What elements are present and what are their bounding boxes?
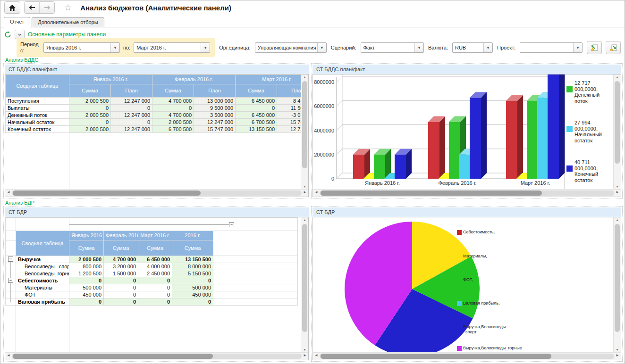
- scroll-down-icon[interactable]: ▼: [301, 348, 308, 351]
- spacer-cell: [6, 231, 16, 240]
- export-report-button[interactable]: [587, 41, 602, 54]
- collapse-columns-button[interactable]: −: [229, 222, 234, 227]
- tree-line: [10, 302, 14, 302]
- scroll-right-icon[interactable]: ►: [616, 190, 619, 194]
- value-cell: 5 150 500: [172, 270, 213, 277]
- corner-header: Сводная таблица: [6, 75, 69, 98]
- scroll-left-icon[interactable]: ◄: [7, 353, 10, 357]
- project-value: [520, 43, 573, 52]
- value-cell: 0: [172, 298, 213, 306]
- vertical-scrollbar[interactable]: ▲ ▼: [613, 217, 621, 352]
- scroll-right-icon[interactable]: ►: [303, 353, 307, 357]
- scroll-up-icon[interactable]: ▲: [614, 75, 621, 79]
- horizontal-scrollbar[interactable]: ◄ ►: [313, 189, 621, 197]
- currency-combo[interactable]: RUB ▾: [452, 42, 493, 53]
- favorite-star-icon[interactable]: ☆: [64, 2, 72, 13]
- home-icon: [8, 4, 16, 11]
- column-split-line: [69, 305, 69, 352]
- legend-swatch: [566, 126, 573, 132]
- scroll-down-icon[interactable]: ▼: [614, 348, 621, 351]
- legend-label: ФОТ,: [463, 277, 501, 282]
- scroll-down-icon[interactable]: ▼: [301, 185, 308, 188]
- spacer-cell: [213, 277, 298, 284]
- dropdown-icon[interactable]: ▾: [201, 43, 210, 52]
- scroll-right-icon[interactable]: ►: [303, 190, 307, 194]
- period-to-label: по:: [123, 45, 130, 50]
- value-cell: 2 000 500: [69, 126, 111, 133]
- scroll-left-icon[interactable]: ◄: [7, 190, 10, 194]
- column-header: Январь 2016 г.: [69, 231, 104, 240]
- app-window: ☆ Анализ бюджетов (Аналитические панели)…: [0, 0, 625, 364]
- tree-line: [10, 298, 11, 302]
- org-unit-combo[interactable]: Управляющая компания ▾: [255, 42, 327, 53]
- table-row: Выплаты 0 0 0 9 500 000 0 11 500 000: [6, 105, 301, 112]
- legend-label: 40 711 000,0000, Конечный остаток: [574, 159, 613, 183]
- value-cell: 450 000: [69, 291, 104, 298]
- bdr-pie-chart: Себестоимость,Материалы,ФОТ,Валовая приб…: [313, 217, 613, 352]
- collapse-group-button[interactable]: −: [8, 278, 13, 283]
- project-combo[interactable]: ▾: [520, 42, 583, 53]
- value-cell: -3 030 000: [277, 112, 301, 119]
- vertical-scrollbar[interactable]: ▲ ▼: [613, 74, 621, 189]
- arrow-left-icon: [28, 5, 36, 10]
- scrollbar-thumb[interactable]: [615, 81, 620, 164]
- column-header: План: [277, 84, 301, 98]
- bar-legend-entry: 27 994 000,0000, Начальный остаток: [566, 120, 613, 144]
- svg-text:Февраль 2016 г.: Февраль 2016 г.: [438, 180, 476, 186]
- scrollbar-thumb[interactable]: [13, 190, 201, 196]
- dropdown-icon[interactable]: ▾: [573, 43, 582, 52]
- scroll-up-icon[interactable]: ▲: [301, 75, 308, 79]
- import-report-button[interactable]: [606, 41, 621, 54]
- scroll-up-icon[interactable]: ▲: [301, 218, 308, 222]
- refresh-icon[interactable]: [4, 31, 11, 38]
- svg-text:Январь 2016 г.: Январь 2016 г.: [365, 180, 400, 186]
- forward-button[interactable]: [39, 2, 54, 13]
- scenario-combo[interactable]: Факт ▾: [361, 42, 424, 53]
- tree-line: [10, 291, 11, 298]
- scroll-left-icon[interactable]: ◄: [314, 353, 318, 357]
- row-label-cell: Конечный остаток: [6, 126, 69, 133]
- legend-swatch: [457, 301, 462, 306]
- dropdown-icon[interactable]: ▾: [414, 43, 423, 52]
- value-cell: 0: [69, 277, 104, 284]
- horizontal-scrollbar[interactable]: ◄ ►: [313, 352, 621, 360]
- period-to-combo[interactable]: Март 2016 г. ▾: [134, 42, 210, 53]
- chevron-down-icon: [18, 33, 22, 36]
- scrollbar-thumb[interactable]: [321, 354, 551, 359]
- tab-report[interactable]: Отчет: [4, 17, 30, 27]
- spacer-cell: [213, 270, 298, 277]
- column-header: Сумма: [236, 84, 277, 98]
- bdds-chart-legend: 12 717 000,0000, Денежный поток27 994 00…: [565, 74, 613, 189]
- horizontal-scrollbar[interactable]: ◄ ►: [5, 352, 308, 360]
- value-cell: 0: [138, 291, 172, 298]
- row-label-cell: Велосипеды _спорт: [16, 263, 69, 270]
- org-unit-label: Орг.единица:: [219, 45, 251, 50]
- dropdown-icon[interactable]: ▾: [483, 43, 492, 52]
- dropdown-icon[interactable]: ▾: [110, 43, 119, 52]
- scrollbar-thumb[interactable]: [321, 190, 542, 196]
- value-cell: 6 450 000: [138, 256, 172, 263]
- scrollbar-thumb[interactable]: [302, 224, 307, 332]
- back-button[interactable]: [25, 2, 39, 13]
- value-cell: 4 700 000: [152, 112, 194, 119]
- value-cell: 0: [69, 105, 111, 112]
- dropdown-icon[interactable]: ▾: [317, 43, 326, 52]
- currency-value: RUB: [453, 43, 483, 52]
- scroll-down-icon[interactable]: ▼: [614, 185, 621, 188]
- vertical-scrollbar[interactable]: ▲ ▼: [301, 74, 308, 189]
- scroll-up-icon[interactable]: ▲: [614, 218, 621, 222]
- value-cell: 0: [104, 277, 138, 284]
- row-label-cell: Выручка: [16, 256, 69, 263]
- scroll-right-icon[interactable]: ►: [616, 353, 619, 357]
- period-from-combo[interactable]: Январь 2016 г. ▾: [43, 42, 120, 53]
- home-button[interactable]: [4, 1, 20, 14]
- tab-additional-filters[interactable]: Дополнительные отборы: [32, 17, 104, 27]
- scrollbar-thumb[interactable]: [615, 224, 620, 332]
- scrollbar-thumb[interactable]: [302, 81, 307, 168]
- value-cell: 2 000 500: [69, 256, 104, 263]
- vertical-scrollbar[interactable]: ▲ ▼: [301, 217, 308, 352]
- horizontal-scrollbar[interactable]: ◄ ►: [5, 189, 308, 197]
- scroll-left-icon[interactable]: ◄: [314, 190, 318, 194]
- collapse-group-button[interactable]: −: [8, 256, 13, 262]
- scrollbar-thumb[interactable]: [13, 354, 213, 359]
